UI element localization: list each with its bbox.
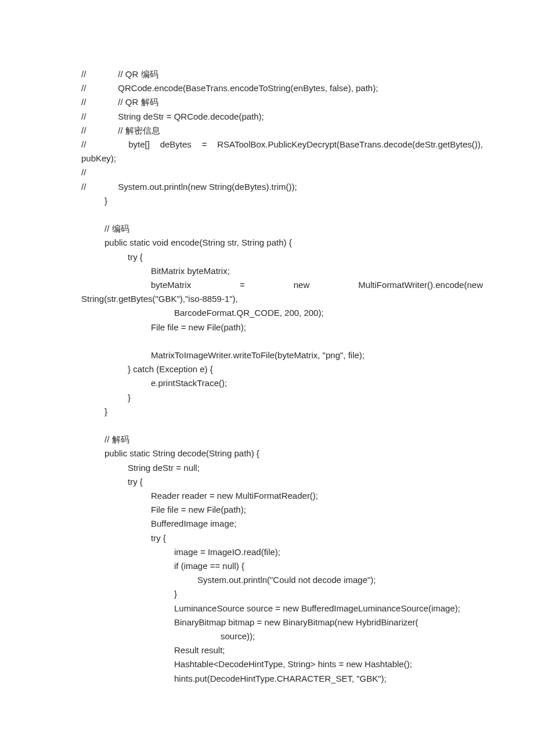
- code-line: //// QR 解码: [81, 95, 483, 109]
- code-line: } catch (Exception e) {: [81, 362, 483, 376]
- code-line: //// 解密信息: [81, 124, 483, 138]
- code-line: //// QR 编码: [81, 67, 483, 81]
- code-line: //: [81, 165, 483, 179]
- code-line: System.out.println("Could not decode ima…: [81, 573, 483, 587]
- blank-line: [81, 419, 483, 433]
- code-line: String deStr = null;: [81, 461, 483, 475]
- code-line: }: [81, 587, 483, 601]
- code-line: image = ImageIO.read(file);: [81, 545, 483, 559]
- code-document: //// QR 编码 //QRCode.encode(BaseTrans.enc…: [81, 67, 483, 686]
- code-line: BitMatrix byteMatrix;: [81, 264, 483, 278]
- code-line: //String deStr = QRCode.decode(path);: [81, 110, 483, 124]
- code-line: File file = new File(path);: [81, 503, 483, 517]
- code-line-justified: // byte[] deBytes = RSAToolBox.PublicKey…: [81, 138, 483, 152]
- code-line: public static String decode(String path)…: [81, 447, 483, 460]
- blank-line: [81, 208, 483, 222]
- code-line: Reader reader = new MultiFormatReader();: [81, 489, 483, 503]
- code-line: hints.put(DecodeHintType.CHARACTER_SET, …: [81, 672, 483, 686]
- code-line: Hashtable<DecodeHintType, String> hints …: [81, 657, 483, 671]
- code-line: //System.out.println(new String(deBytes)…: [81, 180, 483, 194]
- code-line: if (image == null) {: [81, 559, 483, 573]
- code-line: try {: [81, 475, 483, 489]
- blank-line: [81, 334, 483, 348]
- code-line: }: [81, 194, 483, 208]
- code-line: }: [81, 405, 483, 419]
- code-line: BufferedImage image;: [81, 517, 483, 531]
- code-line: e.printStackTrace();: [81, 376, 483, 390]
- code-line: public static void encode(String str, St…: [81, 236, 483, 250]
- code-line: pubKey);: [81, 152, 483, 165]
- code-line: Result result;: [81, 643, 483, 657]
- code-line: try {: [81, 250, 483, 264]
- code-line-justified: byteMatrix = new MultiFormatWriter().enc…: [81, 278, 483, 292]
- code-line: MatrixToImageWriter.writeToFile(byteMatr…: [81, 348, 483, 362]
- code-line: BarcodeFormat.QR_CODE, 200, 200);: [81, 306, 483, 320]
- code-comment: // 编码: [81, 222, 483, 236]
- code-line: try {: [81, 531, 483, 545]
- code-line: String(str.getBytes("GBK"),"iso-8859-1")…: [81, 292, 483, 306]
- code-line: File file = new File(path);: [81, 321, 483, 334]
- code-comment: // 解码: [81, 433, 483, 447]
- code-line: source));: [81, 629, 483, 643]
- code-line: //QRCode.encode(BaseTrans.encodeToString…: [81, 81, 483, 95]
- code-line: }: [81, 391, 483, 405]
- code-line: LuminanceSource source = new BufferedIma…: [81, 602, 483, 615]
- code-line: BinaryBitmap bitmap = new BinaryBitmap(n…: [81, 615, 483, 629]
